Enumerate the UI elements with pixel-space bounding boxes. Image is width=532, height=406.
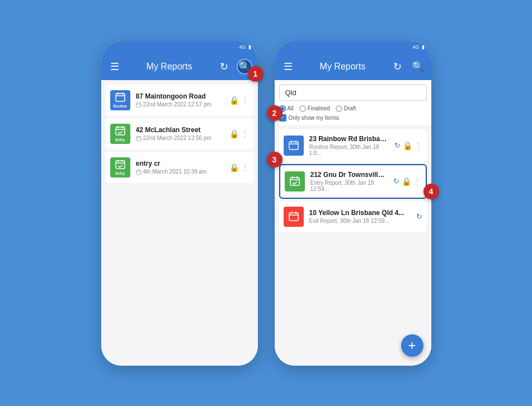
filter-all-label: All bbox=[288, 105, 294, 111]
lock-icon-1-3: 🔒 bbox=[229, 163, 239, 172]
report-item-2-3[interactable]: 10 Yellow Ln Brisbane Qld 4... Exit Repo… bbox=[279, 201, 427, 232]
status-bar-1: 4G ▮ bbox=[101, 41, 258, 53]
app-header-1: ☰ My Reports ↻ 🔍 bbox=[101, 53, 258, 80]
refresh-icon-2[interactable]: ↻ bbox=[390, 59, 406, 74]
report-type-icon-2-2 bbox=[285, 171, 305, 192]
status-bar-2: 4G ▮ bbox=[275, 41, 431, 53]
report-item-1-3[interactable]: Entry entry cr 4th March 2021 10:39 am 🔒… bbox=[106, 152, 253, 183]
report-info-1-3: entry cr 4th March 2021 10:39 am bbox=[136, 160, 224, 175]
menu-icon-1[interactable]: ☰ bbox=[107, 59, 123, 74]
svg-rect-4 bbox=[136, 102, 140, 107]
app-title-2: My Reports bbox=[300, 62, 385, 72]
signal-2: 4G bbox=[412, 44, 419, 50]
report-date-1-2: 22nd March 2022 12:56 pm bbox=[136, 135, 224, 141]
phone2: 4G ▮ ☰ My Reports ↻ 🔍 Qld All Finalised bbox=[275, 41, 431, 366]
report-actions-2-3: ↻ bbox=[416, 212, 422, 221]
report-info-1-2: 42 McLachlan Street 22nd March 2022 12:5… bbox=[136, 126, 224, 141]
type-label-1-1: Routine bbox=[113, 104, 126, 108]
report-item-2-1[interactable]: 23 Rainbow Rd Brisbane Ql... Routine Rep… bbox=[279, 129, 427, 162]
type-label-1-3: Entry bbox=[115, 171, 125, 175]
callout-3: 3 bbox=[267, 152, 283, 167]
more-icon-2-2[interactable]: ⋮ bbox=[413, 177, 421, 186]
report-list-1: Routine 87 Maintongoon Road 22nd March 2… bbox=[101, 80, 258, 366]
report-item-1-1[interactable]: Routine 87 Maintongoon Road 22nd March 2… bbox=[106, 85, 253, 116]
svg-rect-24 bbox=[289, 142, 298, 150]
report-list-2: 23 Rainbow Rd Brisbane Ql... Routine Rep… bbox=[275, 125, 431, 366]
report-title-2-3: 10 Yellow Ln Brisbane Qld 4... bbox=[309, 209, 411, 217]
report-actions-2-2: ↻ 🔒 ⋮ bbox=[393, 177, 421, 186]
report-item-1-2[interactable]: Entry 42 McLachlan Street 22nd March 202… bbox=[106, 118, 253, 150]
report-actions-1-1: 🔒 ⋮ bbox=[229, 96, 249, 105]
report-type-icon-2-1 bbox=[284, 136, 304, 156]
report-item-2-2[interactable]: 212 Gnu Dr Townsville Qld ... Entry Repo… bbox=[279, 164, 427, 199]
callout-4: 4 bbox=[423, 184, 439, 199]
more-icon-1-1[interactable]: ⋮ bbox=[241, 96, 249, 105]
report-title-2-1: 23 Rainbow Rd Brisbane Ql... bbox=[309, 135, 389, 143]
filter-row-2: All Finalised Draft bbox=[275, 105, 431, 112]
app-header-2: ☰ My Reports ↻ 🔍 bbox=[275, 53, 431, 80]
report-date-2-1: Routine Report, 30th Jan 18 1:0... bbox=[309, 144, 389, 156]
report-info-2-2: 212 Gnu Dr Townsville Qld ... Entry Repo… bbox=[310, 171, 388, 192]
filter-draft-label: Draft bbox=[344, 105, 356, 111]
fab-button[interactable]: + bbox=[401, 334, 423, 357]
radio-finalised-circle bbox=[299, 105, 306, 112]
battery-2: ▮ bbox=[422, 44, 425, 50]
report-type-icon-1-3: Entry bbox=[110, 157, 130, 178]
report-type-icon-2-3 bbox=[284, 207, 304, 227]
search-bar-2[interactable]: Qld bbox=[279, 85, 427, 101]
checkbox-row-2[interactable]: ✓ Only show my forms bbox=[275, 114, 431, 122]
lock-icon-2-1: 🔒 bbox=[403, 141, 412, 150]
sync-icon-2-2[interactable]: ↻ bbox=[393, 177, 399, 185]
search-icon-2[interactable]: 🔍 bbox=[410, 59, 426, 74]
phone1-wrapper: 1 4G ▮ ☰ My Reports ↻ 🔍 bbox=[101, 41, 258, 366]
report-actions-2-1: ↻ 🔒 ⋮ bbox=[394, 141, 422, 150]
report-title-1-1: 87 Maintongoon Road bbox=[136, 92, 224, 100]
radio-draft-circle bbox=[336, 105, 342, 112]
svg-rect-20 bbox=[136, 170, 140, 174]
svg-rect-12 bbox=[136, 136, 140, 141]
report-type-icon-1-2: Entry bbox=[110, 124, 130, 144]
phone2-wrapper: 2 3 4 4G ▮ ☰ My Reports ↻ 🔍 Qld All F bbox=[275, 41, 431, 366]
search-value-2: Qld bbox=[285, 88, 421, 97]
report-date-1-3: 4th March 2021 10:39 am bbox=[136, 169, 224, 175]
report-title-1-3: entry cr bbox=[136, 160, 224, 167]
report-date-2-3: Exit Report, 30th Jan 18 12:59... bbox=[309, 218, 411, 224]
app-title-1: My Reports bbox=[127, 62, 212, 72]
signal-1: 4G bbox=[239, 44, 246, 50]
report-info-2-3: 10 Yellow Ln Brisbane Qld 4... Exit Repo… bbox=[309, 209, 411, 224]
sync-icon-2-3[interactable]: ↻ bbox=[416, 212, 422, 221]
svg-rect-32 bbox=[289, 213, 298, 221]
report-date-2-2: Entry Report, 30th Jan 18 12:59... bbox=[310, 180, 388, 192]
phone1: 4G ▮ ☰ My Reports ↻ 🔍 Routine bbox=[101, 41, 258, 366]
more-icon-2-1[interactable]: ⋮ bbox=[415, 141, 422, 150]
report-type-icon-1-1: Routine bbox=[110, 90, 130, 110]
type-label-1-2: Entry bbox=[115, 138, 125, 142]
lock-icon-1-2: 🔒 bbox=[229, 129, 239, 138]
callout-1: 1 bbox=[248, 66, 263, 82]
report-actions-1-2: 🔒 ⋮ bbox=[229, 129, 249, 138]
lock-icon-1-1: 🔒 bbox=[229, 96, 239, 105]
more-icon-1-3[interactable]: ⋮ bbox=[241, 163, 249, 172]
report-title-1-2: 42 McLachlan Street bbox=[136, 126, 224, 134]
report-info-1-1: 87 Maintongoon Road 22nd March 2022 12:5… bbox=[136, 92, 224, 108]
sync-icon-2-1[interactable]: ↻ bbox=[394, 141, 401, 150]
report-title-2-2: 212 Gnu Dr Townsville Qld ... bbox=[310, 171, 388, 179]
battery-1: ▮ bbox=[248, 44, 251, 50]
filter-finalised[interactable]: Finalised bbox=[299, 105, 330, 112]
filter-draft[interactable]: Draft bbox=[336, 105, 356, 112]
callout-2: 2 bbox=[267, 105, 283, 121]
report-date-1-1: 22nd March 2022 12:57 pm bbox=[136, 101, 224, 108]
refresh-icon-1[interactable]: ↻ bbox=[216, 59, 232, 74]
more-icon-1-2[interactable]: ⋮ bbox=[241, 129, 249, 138]
menu-icon-2[interactable]: ☰ bbox=[280, 59, 296, 74]
filter-finalised-label: Finalised bbox=[308, 105, 330, 111]
lock-icon-2-2: 🔒 bbox=[402, 177, 411, 186]
report-actions-1-3: 🔒 ⋮ bbox=[229, 163, 249, 172]
report-info-2-1: 23 Rainbow Rd Brisbane Ql... Routine Rep… bbox=[309, 135, 389, 156]
checkbox-label-my-forms: Only show my forms bbox=[289, 115, 340, 121]
svg-rect-0 bbox=[116, 94, 125, 101]
